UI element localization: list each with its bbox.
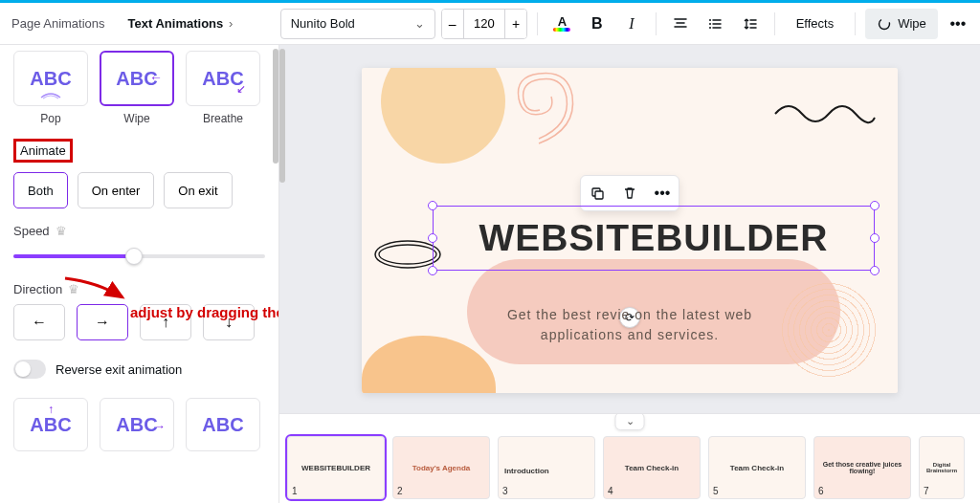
slide-thumbnail-strip: ⌄ WEBSITEBUILDER1 Today's Agenda2 Introd…	[279, 413, 980, 503]
animation-swirl-icon	[877, 16, 892, 32]
preset-label: Pop	[13, 112, 88, 125]
selected-text-box[interactable]: WEBSITEBUILDER	[433, 206, 875, 271]
preset-breathe[interactable]: ABC ↙	[186, 51, 260, 106]
direction-right[interactable]: →	[77, 304, 128, 340]
speed-label: Speed	[13, 224, 50, 238]
canvas-scrollbar[interactable]	[279, 49, 285, 183]
resize-handle[interactable]	[428, 201, 437, 210]
sidepanel-tabs: Page Animations Text Animations ›	[0, 3, 265, 44]
svg-point-2	[709, 27, 711, 29]
canvas-area: ••• WEBSITEBUILDER ⟳ Get the best revie …	[279, 45, 980, 503]
slide-thumbnail[interactable]: WEBSITEBUILDER1	[287, 436, 385, 499]
animation-side-panel: ABC ABC ← ABC ↙ Pop Wipe Breathe Animate…	[0, 45, 279, 503]
expand-thumbnails-button[interactable]: ⌄	[615, 413, 645, 430]
text-color-button[interactable]: A	[547, 9, 576, 39]
effects-button[interactable]: Effects	[785, 9, 846, 39]
context-more-button[interactable]: •••	[648, 180, 677, 207]
tab-text-animations[interactable]: Text Animations	[128, 16, 224, 31]
resize-handle[interactable]	[428, 266, 437, 275]
crown-icon: ♛	[68, 282, 79, 296]
pop-underline-icon	[39, 92, 62, 99]
font-family-value: Nunito Bold	[291, 16, 355, 31]
chevron-right-icon: ›	[229, 16, 233, 31]
preset-pop[interactable]: ABC	[13, 51, 88, 106]
slide-thumbnail[interactable]: Introduction3	[498, 436, 595, 499]
direction-label: Direction	[13, 282, 62, 296]
svg-point-0	[709, 19, 711, 21]
top-toolbar: Page Animations Text Animations › Nunito…	[0, 3, 980, 45]
slide-subtitle: Get the best revie on the latest web app…	[362, 305, 898, 345]
preset-fade[interactable]: ABC	[186, 398, 260, 451]
slide-headline: WEBSITEBUILDER	[479, 217, 829, 259]
slide-thumbnail[interactable]: Today's Agenda2	[392, 436, 490, 499]
delete-button[interactable]	[615, 180, 644, 207]
slide-thumbnail[interactable]: Digital Brainstorm7	[919, 436, 965, 499]
preset-wipe[interactable]: ABC ←	[100, 51, 174, 106]
timing-both[interactable]: Both	[13, 172, 68, 208]
font-size-stepper: – +	[441, 9, 528, 39]
resize-handle[interactable]	[870, 266, 880, 275]
sidebar-scrollbar[interactable]	[273, 49, 278, 164]
speed-slider[interactable]	[13, 246, 265, 267]
animation-chip-wipe[interactable]: Wipe	[865, 9, 938, 39]
timing-group: Both On enter On exit	[13, 172, 265, 208]
timing-on-exit[interactable]: On exit	[164, 172, 232, 208]
breathe-icon: ↙	[236, 82, 246, 96]
timing-on-enter[interactable]: On enter	[78, 172, 155, 208]
reverse-exit-label: Reverse exit animation	[56, 362, 182, 377]
preset-pan[interactable]: ABC→	[100, 398, 174, 451]
speed-slider-thumb[interactable]	[125, 248, 143, 265]
slide-thumbnail[interactable]: Get those creative juices flowing!6	[813, 436, 911, 499]
resize-handle[interactable]	[870, 201, 880, 210]
chevron-down-icon: ⌄	[414, 16, 425, 31]
svg-point-1	[709, 23, 711, 25]
reverse-exit-toggle[interactable]	[13, 360, 46, 379]
font-family-select[interactable]: Nunito Bold ⌄	[280, 9, 435, 39]
svg-point-3	[880, 18, 890, 29]
font-size-input[interactable]	[464, 10, 504, 38]
resize-handle[interactable]	[428, 233, 437, 243]
bold-button[interactable]: B	[583, 9, 612, 39]
svg-point-5	[379, 245, 436, 264]
more-button[interactable]: •••	[944, 9, 972, 39]
spacing-button[interactable]	[735, 9, 764, 39]
tab-page-animations[interactable]: Page Animations	[11, 16, 105, 31]
italic-button[interactable]: I	[617, 9, 646, 39]
decor-swirl	[486, 68, 591, 148]
crown-icon: ♛	[56, 224, 67, 238]
annotation-text: adjust by dragging the circle	[130, 304, 279, 320]
arrow-left-icon: ←	[149, 70, 163, 85]
list-button[interactable]	[701, 9, 729, 39]
duplicate-button[interactable]	[583, 180, 612, 207]
resize-handle[interactable]	[870, 233, 880, 243]
direction-left[interactable]: ←	[13, 304, 65, 340]
preset-label: Wipe	[100, 112, 174, 125]
preset-rise[interactable]: ABC↑	[13, 398, 88, 451]
slide-thumbnail[interactable]: Team Check-in4	[603, 436, 701, 499]
svg-rect-7	[595, 191, 603, 199]
font-size-decrement[interactable]: –	[442, 10, 464, 38]
slide-thumbnail[interactable]: Team Check-in5	[708, 436, 806, 499]
slide[interactable]: ••• WEBSITEBUILDER ⟳ Get the best revie …	[362, 68, 898, 393]
decor-squiggle	[771, 95, 877, 133]
align-button[interactable]	[666, 9, 695, 39]
font-size-increment[interactable]: +	[504, 10, 526, 38]
annotation-box: Animate	[13, 139, 73, 163]
preset-label: Breathe	[186, 112, 260, 125]
animate-heading: Animate	[20, 143, 66, 158]
